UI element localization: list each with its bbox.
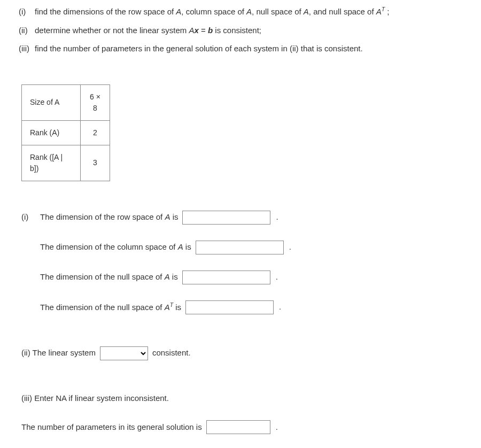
consistent-label-2: consistent. [152,347,191,359]
item-ii: (ii) determine whether or not the linear… [16,25,465,37]
item-text-iii: find the number of parameters in the gen… [35,43,465,55]
table-row: Size of A 6 × 8 [22,84,110,120]
row-space-label: The dimension of the row space of A is [40,211,178,223]
null-space-label: The dimension of the null space of A is [40,271,178,283]
answer-null-space: The dimension of the null space of A is … [16,271,465,284]
consistent-select[interactable] [100,346,148,360]
rank-a-label: Rank (A) [22,120,81,145]
item-text-i: find the dimensions of the row space of … [35,5,465,18]
answer-prefix-i: (i) [21,211,40,223]
answer-iii-note: (iii) Enter NA if linear system inconsis… [16,392,465,405]
null-space-input[interactable] [182,271,270,284]
rank-ab-value: 3 [81,145,110,181]
item-text-ii: determine whether or not the linear syst… [35,25,465,37]
answer-col-space: The dimension of the column space of A i… [16,241,465,254]
null-space-t-input[interactable] [185,300,274,314]
item-num-ii: (ii) [16,25,35,37]
rank-a-value: 2 [81,120,110,145]
period: . [276,271,278,283]
col-space-input[interactable] [196,241,284,254]
size-value: 6 × 8 [81,84,110,120]
consistent-label-1: (ii) The linear system [21,347,96,359]
rank-ab-label: Rank ([A | b]) [22,145,81,181]
info-table: Size of A 6 × 8 Rank (A) 2 Rank ([A | b]… [21,84,110,181]
item-num-i: (i) [16,6,35,18]
null-space-t-label: The dimension of the null space of AT is [40,301,181,314]
size-label: Size of A [22,84,81,120]
iii-note-text: (iii) Enter NA if linear system inconsis… [21,392,169,405]
table-row: Rank ([A | b]) 3 [22,145,110,181]
col-space-label: The dimension of the column space of A i… [40,241,191,253]
params-input[interactable] [206,420,270,434]
table-row: Rank (A) 2 [22,120,110,145]
item-num-iii: (iii) [16,43,35,55]
row-space-input[interactable] [182,211,270,225]
period: . [289,241,291,253]
params-label: The number of parameters in its general … [21,421,202,434]
answer-row-space: (i) The dimension of the row space of A … [16,211,465,225]
period: . [279,301,281,313]
period: . [276,211,278,223]
answer-section-i: (i) The dimension of the row space of A … [16,211,465,314]
item-iii: (iii) find the number of parameters in t… [16,43,465,55]
answer-null-space-t: The dimension of the null space of AT is… [16,300,465,314]
answer-params: The number of parameters in its general … [16,420,465,434]
item-i: (i) find the dimensions of the row space… [16,5,465,18]
answer-consistent: (ii) The linear system consistent. [16,346,465,360]
period: . [276,421,278,434]
